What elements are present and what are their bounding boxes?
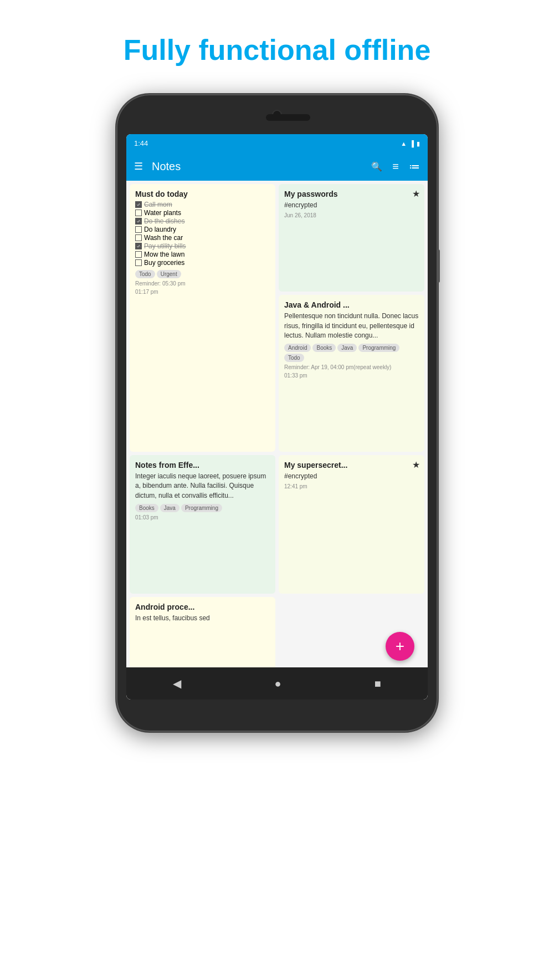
fab-add-button[interactable]: +	[386, 632, 414, 661]
note-java-android[interactable]: Java & Android ... Pellentesque non tinc…	[279, 295, 424, 452]
tag[interactable]: Java	[160, 504, 179, 512]
status-icons	[401, 139, 420, 147]
sort-icon[interactable]: ≔	[409, 160, 420, 173]
side-button	[438, 249, 440, 283]
checkbox-checked: ✓	[135, 218, 142, 224]
checklist-item: ✓ Pay utility bills	[135, 242, 270, 250]
note-date: Jun 26, 2018	[284, 212, 419, 218]
checklist-item: Do laundry	[135, 226, 270, 233]
bottom-navigation: ◀ ● ■	[126, 667, 428, 700]
notes-grid: Must do today ✓ Call mom Water plants ✓ …	[126, 181, 428, 700]
checkbox-unchecked	[135, 210, 142, 216]
tag[interactable]: Books	[135, 504, 158, 512]
tag[interactable]: Programming	[358, 344, 399, 352]
app-bar-icons: 🔍 ≡ ≔	[371, 160, 420, 173]
checklist-item: Buy groceries	[135, 259, 270, 267]
checklist-item: Water plants	[135, 209, 270, 217]
note-reminder: Reminder: 05:30 pm	[135, 280, 270, 287]
tag[interactable]: Java	[337, 344, 357, 352]
note-title: My supersecret...	[284, 461, 419, 469]
star-icon[interactable]: ★	[412, 188, 420, 199]
checkbox-unchecked	[135, 234, 142, 241]
note-body: #encrypted	[284, 472, 419, 481]
note-my-supersecret[interactable]: ★ My supersecret... #encrypted 12:41 pm	[279, 455, 424, 594]
checkbox-unchecked	[135, 226, 142, 233]
checkbox-unchecked	[135, 251, 142, 258]
note-reminder: Reminder: Apr 19, 04:00 pm(repeat weekly…	[284, 364, 419, 370]
status-bar: 1:44	[126, 134, 428, 152]
note-body: Pellentesque non tincidunt nulla. Donec …	[284, 312, 419, 340]
phone-screen: 1:44 ☰ Notes 🔍 ≡ ≔	[126, 134, 428, 700]
note-body: In est tellus, faucibus sed	[135, 614, 270, 623]
page-headline: Fully functional offline	[124, 33, 431, 67]
note-time: 12:41 pm	[284, 483, 419, 489]
app-bar: ☰ Notes 🔍 ≡ ≔	[126, 152, 428, 181]
note-notes-from-effe[interactable]: Notes from Effe... Integer iaculis neque…	[130, 455, 275, 594]
star-icon[interactable]: ★	[412, 460, 420, 470]
note-time: 01:33 pm	[284, 372, 419, 379]
note-tags: Android Books Java Programming Todo	[284, 344, 419, 362]
checkbox-checked: ✓	[135, 243, 142, 249]
note-body: #encrypted	[284, 201, 419, 210]
checklist-item: ✓ Call mom	[135, 201, 270, 208]
menu-icon[interactable]: ☰	[134, 160, 143, 172]
note-tags: Books Java Programming	[135, 504, 270, 512]
checklist-item: Wash the car	[135, 234, 270, 242]
home-button[interactable]: ●	[274, 677, 281, 690]
note-title: Notes from Effe...	[135, 461, 270, 469]
tag[interactable]: Urgent	[157, 270, 181, 278]
battery-icon	[417, 139, 420, 147]
note-title: My passwords	[284, 190, 419, 198]
note-title: Java & Android ...	[284, 300, 419, 309]
note-time: 01:03 pm	[135, 514, 270, 520]
back-button[interactable]: ◀	[173, 677, 181, 690]
tag[interactable]: Programming	[181, 504, 222, 512]
signal-icon	[409, 139, 414, 147]
note-title: Must do today	[135, 190, 270, 198]
note-title: Android proce...	[135, 603, 270, 611]
note-body: Integer iaculis neque laoreet, posuere i…	[135, 472, 270, 501]
recents-button[interactable]: ■	[375, 677, 381, 690]
wifi-icon	[401, 139, 407, 147]
note-tags: Todo Urgent	[135, 270, 270, 278]
tag[interactable]: Books	[312, 344, 336, 352]
speaker	[266, 114, 310, 121]
checklist-item: Mow the lawn	[135, 251, 270, 258]
checklist-item: ✓ Do the dishes	[135, 217, 270, 225]
app-title: Notes	[152, 160, 362, 173]
tag[interactable]: Todo	[284, 354, 304, 362]
note-must-do-today[interactable]: Must do today ✓ Call mom Water plants ✓ …	[130, 184, 275, 452]
note-time: 01:17 pm	[135, 289, 270, 295]
status-time: 1:44	[134, 139, 148, 147]
note-my-passwords[interactable]: ★ My passwords #encrypted Jun 26, 2018	[279, 184, 424, 292]
search-icon[interactable]: 🔍	[371, 161, 382, 172]
tag[interactable]: Todo	[135, 270, 155, 278]
tag[interactable]: Android	[284, 344, 311, 352]
checkbox-checked: ✓	[135, 201, 142, 208]
checkbox-unchecked	[135, 259, 142, 266]
phone-frame: 1:44 ☰ Notes 🔍 ≡ ≔	[116, 94, 438, 732]
list-view-icon[interactable]: ≡	[392, 160, 399, 173]
phone-mockup: 1:44 ☰ Notes 🔍 ≡ ≔	[116, 94, 438, 732]
